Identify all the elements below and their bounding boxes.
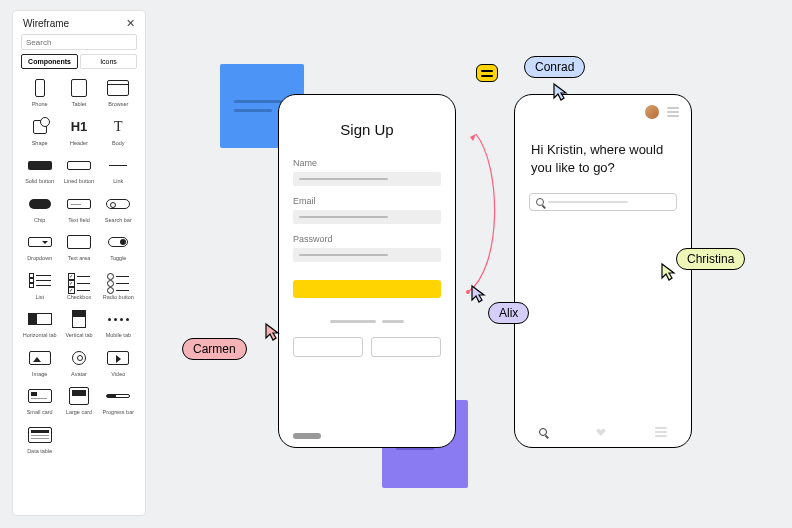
component-header[interactable]: H1Header (60, 112, 97, 149)
secondary-button[interactable] (293, 337, 363, 357)
component-label: Radio button (103, 295, 134, 301)
search-icon[interactable] (539, 428, 547, 436)
submit-button[interactable] (293, 280, 441, 298)
component-vertical-tab[interactable]: Vertical tab (60, 304, 97, 341)
component-large-card[interactable]: Large card (60, 381, 97, 418)
connector-arrow[interactable] (462, 128, 502, 296)
component-label: Video (111, 372, 125, 378)
search-input[interactable] (21, 34, 137, 50)
component-label: Shape (32, 141, 48, 147)
component-label: Body (112, 141, 125, 147)
component-label: Link (113, 179, 123, 185)
collaborator-label-christina: Christina (676, 248, 745, 270)
mobile-frame-signup[interactable]: Sign Up Name Email Password (278, 94, 456, 448)
component-data-table[interactable]: Data table (21, 420, 58, 457)
component-label: Search bar (105, 218, 132, 224)
avatar[interactable] (645, 105, 659, 119)
panel-title: Wireframe (23, 18, 69, 29)
label-name: Name (293, 158, 441, 168)
component-label: Image (32, 372, 47, 378)
component-text-field[interactable]: Text field (60, 189, 97, 226)
menu-icon[interactable] (655, 427, 667, 437)
component-label: Avatar (71, 372, 87, 378)
component-shape[interactable]: Shape (21, 112, 58, 149)
component-radio-button[interactable]: Radio button (100, 266, 137, 303)
component-label: Phone (32, 102, 48, 108)
menu-icon[interactable] (667, 107, 679, 117)
greeting-text: Hi Kristin, where would you like to go? (531, 141, 675, 177)
component-label: Header (70, 141, 88, 147)
component-label: Small card (27, 410, 53, 416)
component-list[interactable]: List (21, 266, 58, 303)
component-label: List (35, 295, 44, 301)
component-label: Lined button (64, 179, 94, 185)
component-checkbox[interactable]: Checkbox (60, 266, 97, 303)
tab-icons[interactable]: Icons (80, 54, 137, 69)
component-toggle[interactable]: Toggle (100, 227, 137, 264)
component-dropdown[interactable]: Dropdown (21, 227, 58, 264)
component-label: Chip (34, 218, 45, 224)
component-label: Large card (66, 410, 92, 416)
component-label: Dropdown (27, 256, 52, 262)
component-label: Text area (68, 256, 91, 262)
name-field[interactable] (293, 172, 441, 186)
component-solid-button[interactable]: Solid button (21, 150, 58, 187)
cursor-conrad (552, 82, 568, 102)
component-body[interactable]: TBody (100, 112, 137, 149)
page-title: Sign Up (279, 121, 455, 138)
component-label: Text field (68, 218, 90, 224)
divider (316, 320, 418, 323)
component-label: Vertical tab (65, 333, 92, 339)
component-progress-bar[interactable]: Progress bar (100, 381, 137, 418)
component-mobile-tab[interactable]: Mobile tab (100, 304, 137, 341)
component-image[interactable]: Image (21, 343, 58, 380)
label-email: Email (293, 196, 441, 206)
tab-components[interactable]: Components (21, 54, 78, 69)
component-label: Toggle (110, 256, 126, 262)
component-small-card[interactable]: Small card (21, 381, 58, 418)
home-indicator (293, 433, 321, 439)
component-horizontal-tab[interactable]: Horizontal tab (21, 304, 58, 341)
canvas[interactable]: Sign Up Name Email Password Hi Kristin, … (160, 0, 792, 528)
cursor-carmen (264, 322, 280, 342)
search-icon (536, 198, 544, 206)
component-label: Checkbox (67, 295, 91, 301)
component-search-bar[interactable]: Search bar (100, 189, 137, 226)
component-chip[interactable]: Chip (21, 189, 58, 226)
secondary-button[interactable] (371, 337, 441, 357)
component-label: Mobile tab (106, 333, 131, 339)
component-browser[interactable]: Browser (100, 73, 137, 110)
collaborator-label-carmen: Carmen (182, 338, 247, 360)
component-video[interactable]: Video (100, 343, 137, 380)
cursor-alix (470, 284, 486, 304)
heart-icon[interactable] (595, 427, 607, 437)
email-field[interactable] (293, 210, 441, 224)
component-avatar[interactable]: Avatar (60, 343, 97, 380)
search-input[interactable] (529, 193, 677, 211)
wireframe-panel: Wireframe ✕ Components Icons PhoneTablet… (12, 10, 146, 516)
component-label: Data table (27, 449, 52, 455)
component-label: Horizontal tab (23, 333, 57, 339)
chat-bubble-icon[interactable] (476, 64, 498, 82)
component-label: Browser (108, 102, 128, 108)
collaborator-label-conrad: Conrad (524, 56, 585, 78)
component-label: Solid button (25, 179, 54, 185)
password-field[interactable] (293, 248, 441, 262)
component-lined-button[interactable]: Lined button (60, 150, 97, 187)
component-text-area[interactable]: Text area (60, 227, 97, 264)
label-password: Password (293, 234, 441, 244)
cursor-christina (660, 262, 676, 282)
component-link[interactable]: Link (100, 150, 137, 187)
component-label: Progress bar (103, 410, 135, 416)
component-label: Tablet (72, 102, 87, 108)
component-tablet[interactable]: Tablet (60, 73, 97, 110)
collaborator-label-alix: Alix (488, 302, 529, 324)
component-phone[interactable]: Phone (21, 73, 58, 110)
close-icon[interactable]: ✕ (126, 17, 135, 30)
